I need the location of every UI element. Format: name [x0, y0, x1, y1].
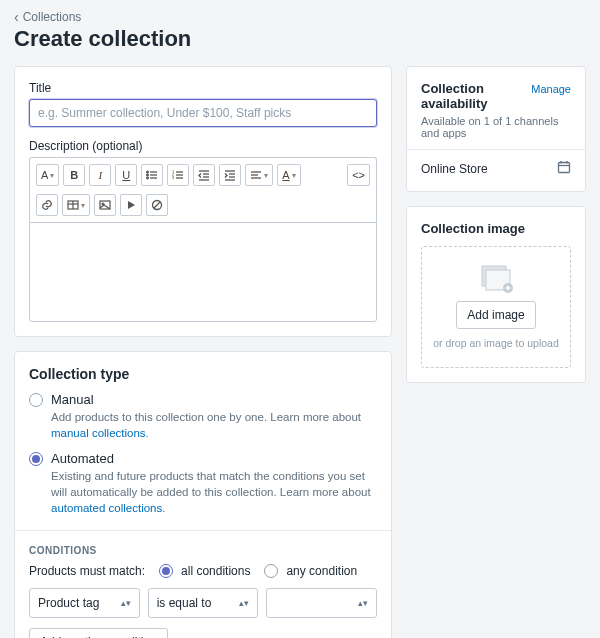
automated-helper: Existing and future products that match …	[51, 468, 377, 516]
drop-hint: or drop an image to upload	[433, 337, 559, 349]
title-input[interactable]	[29, 99, 377, 127]
chevron-down-icon: ▾	[264, 171, 268, 180]
conditions-heading: CONDITIONS	[29, 545, 377, 556]
match-label: Products must match:	[29, 564, 145, 578]
svg-point-5	[147, 177, 149, 179]
chevron-down-icon: ▾	[81, 201, 85, 210]
collection-type-card: Collection type Manual Add products to t…	[14, 351, 392, 638]
rte-outdent-button[interactable]	[193, 164, 215, 186]
rte-numbered-list-button[interactable]: 123	[167, 164, 189, 186]
select-updown-icon: ▴▾	[121, 601, 131, 606]
collection-image-card: Collection image Add image or drop an im…	[406, 206, 586, 383]
match-all[interactable]: all conditions	[159, 564, 250, 578]
rte-bullet-list-button[interactable]	[141, 164, 163, 186]
radio-manual[interactable]: Manual	[29, 392, 377, 407]
description-editor[interactable]	[29, 222, 377, 322]
divider	[407, 149, 585, 150]
rte-clear-format-button[interactable]	[146, 194, 168, 216]
condition-row: Product tag ▴▾ is equal to ▴▾ ▴▾	[29, 588, 377, 618]
svg-text:3: 3	[172, 175, 175, 180]
availability-title: Collection availability	[421, 81, 531, 111]
manual-helper: Add products to this collection one by o…	[51, 409, 377, 441]
svg-rect-31	[559, 163, 570, 173]
rte-video-button[interactable]	[120, 194, 142, 216]
rte-image-button[interactable]	[94, 194, 116, 216]
rte-format-button[interactable]: A▾	[36, 164, 59, 186]
condition-operator-select[interactable]: is equal to ▴▾	[148, 588, 259, 618]
chevron-down-icon: ▾	[292, 171, 296, 180]
collection-type-title: Collection type	[29, 366, 377, 382]
chevron-left-icon: ‹	[14, 10, 19, 24]
image-placeholder-icon	[479, 265, 513, 293]
manage-link[interactable]: Manage	[531, 83, 571, 95]
add-condition-button[interactable]: Add another condition	[29, 628, 168, 638]
availability-card: Collection availability Manage Available…	[406, 66, 586, 192]
title-description-card: Title Description (optional) A▾ B I U 12…	[14, 66, 392, 337]
breadcrumb-label: Collections	[23, 10, 82, 24]
rte-underline-button[interactable]: U	[115, 164, 137, 186]
condition-field-select[interactable]: Product tag ▴▾	[29, 588, 140, 618]
rte-align-button[interactable]: ▾	[245, 164, 273, 186]
chevron-down-icon: ▾	[50, 171, 54, 180]
match-any-input[interactable]	[264, 564, 278, 578]
svg-line-30	[154, 202, 160, 208]
svg-marker-28	[128, 201, 135, 209]
automated-collections-link[interactable]: automated collections	[51, 502, 162, 514]
rte-bold-button[interactable]: B	[63, 164, 85, 186]
rte-color-button[interactable]: A▾	[277, 164, 300, 186]
rte-toolbar: A▾ B I U 123 ▾	[29, 157, 377, 222]
radio-automated-input[interactable]	[29, 452, 43, 466]
rte-table-button[interactable]: ▾	[62, 194, 90, 216]
radio-manual-input[interactable]	[29, 393, 43, 407]
rte-link-button[interactable]	[36, 194, 58, 216]
rte-indent-button[interactable]	[219, 164, 241, 186]
match-all-input[interactable]	[159, 564, 173, 578]
radio-automated-label: Automated	[51, 451, 114, 466]
svg-point-4	[147, 174, 149, 176]
add-image-button[interactable]: Add image	[456, 301, 535, 329]
manual-collections-link[interactable]: manual collections	[51, 427, 146, 439]
rte-html-button[interactable]: <>	[347, 164, 370, 186]
description-label: Description (optional)	[29, 139, 377, 153]
svg-point-3	[147, 171, 149, 173]
radio-manual-label: Manual	[51, 392, 94, 407]
availability-sub: Available on 1 of 1 channels and apps	[421, 115, 571, 139]
select-updown-icon: ▴▾	[358, 601, 368, 606]
online-store-label: Online Store	[421, 162, 488, 176]
select-updown-icon: ▴▾	[239, 601, 249, 606]
page-title: Create collection	[14, 26, 586, 52]
condition-value-select[interactable]: ▴▾	[266, 588, 377, 618]
breadcrumb[interactable]: ‹ Collections	[14, 10, 586, 24]
calendar-icon[interactable]	[557, 160, 571, 177]
collection-image-title: Collection image	[421, 221, 571, 236]
title-label: Title	[29, 81, 377, 95]
match-any[interactable]: any condition	[264, 564, 357, 578]
radio-automated[interactable]: Automated	[29, 451, 377, 466]
image-dropzone[interactable]: Add image or drop an image to upload	[421, 246, 571, 368]
rte-italic-button[interactable]: I	[89, 164, 111, 186]
